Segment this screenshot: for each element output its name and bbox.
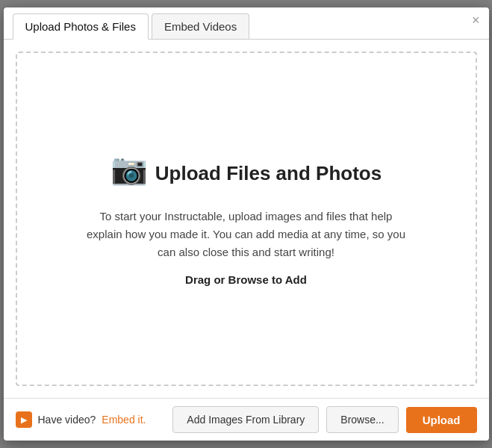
tab-embed-videos[interactable]: Embed Videos — [152, 13, 249, 39]
modal-body: 📷 Upload Files and Photos To start your … — [4, 40, 489, 398]
play-icon: ▶ — [16, 411, 32, 428]
tab-upload-photos[interactable]: Upload Photos & Files — [13, 13, 149, 40]
upload-button[interactable]: Upload — [406, 407, 477, 433]
close-button[interactable]: × — [472, 13, 480, 27]
video-text: Have video? — [38, 414, 96, 426]
drop-zone[interactable]: 📷 Upload Files and Photos To start your … — [16, 52, 477, 386]
modal-footer: ▶ Have video? Embed it. Add Images From … — [4, 398, 489, 441]
upload-description: To start your Instructable, upload image… — [82, 208, 411, 261]
upload-modal: × Upload Photos & Files Embed Videos 📷 U… — [4, 7, 489, 441]
upload-heading: 📷 Upload Files and Photos — [110, 152, 382, 196]
add-images-from-library-button[interactable]: Add Images From Library — [172, 406, 319, 433]
browse-button[interactable]: Browse... — [326, 406, 398, 433]
video-hint: ▶ Have video? Embed it. — [16, 411, 166, 428]
tab-bar: Upload Photos & Files Embed Videos — [4, 7, 489, 40]
drag-label: Drag or Browse to Add — [185, 273, 307, 286]
camera-icon: 📷 — [110, 152, 148, 187]
embed-link[interactable]: Embed it. — [102, 414, 146, 426]
